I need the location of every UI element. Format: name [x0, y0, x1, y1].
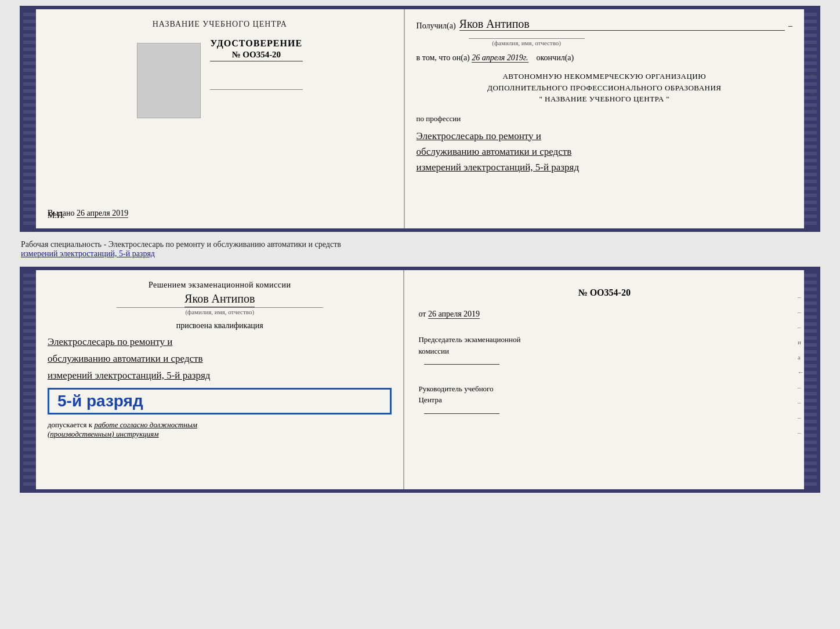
chairman-label2: комиссии — [418, 346, 790, 357]
protocol-date: от 26 апреля 2019 — [418, 310, 790, 319]
profession-line1: Электрослесарь по ремонту и — [417, 130, 541, 141]
po-professii-label: по профессии — [417, 114, 792, 123]
qualification-handwritten: Электрослесарь по ремонту и обслуживанию… — [48, 334, 392, 384]
top-center-title: НАЗВАНИЕ УЧЕБНОГО ЦЕНТРА — [153, 20, 287, 29]
profession-line2: обслуживанию автоматики и средств — [417, 146, 572, 157]
certificate-top: НАЗВАНИЕ УЧЕБНОГО ЦЕНТРА УДОСТОВЕРЕНИЕ №… — [20, 6, 820, 232]
vtom-line: в том, что он(а) 26 апреля 2019г. окончи… — [417, 53, 792, 63]
vtom-label: в том, что он(а) — [417, 53, 470, 62]
spine-left-top — [23, 9, 36, 228]
dash-sep: – — [788, 21, 792, 31]
right-marks-top: – – и а ← – — [811, 38, 817, 129]
dopuskaetsya-block: допускается к работе согласно должностны… — [48, 420, 392, 439]
top-left-page: НАЗВАНИЕ УЧЕБНОГО ЦЕНТРА УДОСТОВЕРЕНИЕ №… — [36, 9, 405, 228]
org-line3: " НАЗВАНИЕ УЧЕБНОГО ЦЕНТРА " — [417, 93, 792, 105]
rukovod-label: Руководитель учебного — [418, 383, 790, 395]
person-name: Яков Антипов — [184, 292, 255, 307]
certificate-bottom: Решением экзаменационной комиссии Яков А… — [20, 267, 820, 493]
bottom-right-page: № ОО354-20 от 26 апреля 2019 Председател… — [404, 270, 804, 489]
photo-area: УДОСТОВЕРЕНИЕ № ОО354-20 — [137, 38, 303, 123]
vtom-value: 26 апреля 2019г. — [472, 53, 528, 63]
chairman-block: Председатель экзаменационной комиссии — [418, 334, 790, 368]
top-right-page: Получил(а) Яков Антипов – (фамилия, имя,… — [405, 9, 804, 228]
org-block: АВТОНОМНУЮ НЕКОММЕРЧЕСКУЮ ОРГАНИЗАЦИЮ ДО… — [417, 71, 792, 105]
prisvoena-label: присвоена квалификация — [48, 321, 392, 330]
recipient-line: Получил(а) Яков Антипов – — [417, 17, 792, 31]
fio-label-bottom: (фамилия, имя, отчество) — [117, 307, 323, 315]
rukovod-block: Руководитель учебного Центра — [418, 383, 790, 417]
commission-title: Решением экзаменационной комиссии — [48, 281, 392, 290]
spine-left-bottom — [23, 270, 36, 489]
fio-label-top: (фамилия, имя, отчество) — [469, 38, 585, 46]
document-wrapper: НАЗВАНИЕ УЧЕБНОГО ЦЕНТРА УДОСТОВЕРЕНИЕ №… — [20, 6, 820, 493]
razryad-badge: 5-й разряд — [48, 388, 392, 415]
middle-text-block: Рабочая специальность - Электрослесарь п… — [20, 237, 820, 262]
protocol-number: № ОО354-20 — [418, 288, 790, 298]
qual-line3: измерений электростанций, 5-й разряд — [48, 370, 210, 381]
qual-line2: обслуживанию автоматики и средств — [48, 353, 203, 364]
chairman-sig-line — [424, 364, 499, 365]
middle-line2: измерений электростанций, 5-й разряд — [21, 249, 819, 259]
rukovod-label2: Центра — [418, 394, 790, 406]
profession-line3: измерений электростанций, 5-й разряд — [417, 162, 579, 173]
udost-title: УДОСТОВЕРЕНИЕ — [210, 38, 303, 49]
okonchil-label: окончил(а) — [537, 53, 574, 62]
org-line1: АВТОНОМНУЮ НЕКОММЕРЧЕСКУЮ ОРГАНИЗАЦИЮ — [417, 71, 792, 82]
vydano-date: 26 апреля 2019 — [77, 209, 128, 218]
right-marks-bottom: – – – и а ← – – – – — [798, 293, 804, 436]
udost-block: УДОСТОВЕРЕНИЕ № ОО354-20 — [210, 38, 303, 90]
recipient-name: Яков Антипов — [459, 17, 785, 31]
qual-line1: Электрослесарь по ремонту и — [48, 336, 172, 347]
rukovod-sig-line — [424, 413, 499, 414]
udost-number: № ОО354-20 — [210, 50, 303, 61]
dopuskaetsya-label: допускается к — [48, 420, 92, 429]
photo-placeholder — [137, 43, 201, 118]
protocol-date-value: 26 апреля 2019 — [428, 310, 480, 319]
spine-right-bottom — [804, 270, 817, 489]
chairman-label: Председатель экзаменационной — [418, 334, 790, 346]
profession-handwritten: Электрослесарь по ремонту и обслуживанию… — [417, 128, 792, 176]
bottom-left-page: Решением экзаменационной комиссии Яков А… — [36, 270, 404, 489]
poluchil-label: Получил(а) — [417, 21, 456, 31]
protocol-date-prefix: от — [418, 310, 426, 318]
org-line2: ДОПОЛНИТЕЛЬНОГО ПРОФЕССИОНАЛЬНОГО ОБРАЗО… — [417, 82, 792, 94]
mp-label: М.П. — [48, 211, 65, 220]
middle-line1: Рабочая специальность - Электрослесарь п… — [21, 240, 819, 249]
